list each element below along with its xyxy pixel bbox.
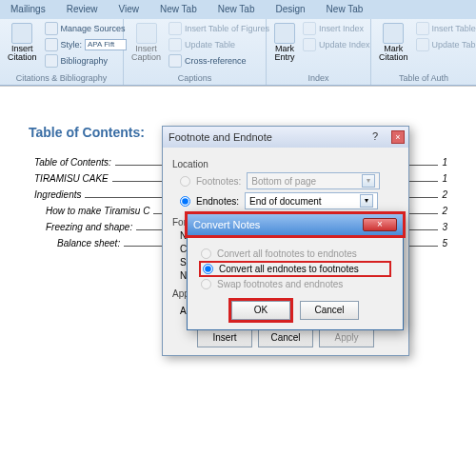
- endnotes-radio[interactable]: [180, 196, 190, 207]
- mark-citation-button[interactable]: Mark Citation: [375, 21, 412, 64]
- bibliography-icon: [45, 54, 58, 68]
- opt2-radio[interactable]: [203, 264, 213, 274]
- toc-entry-text: Freezing and shape:: [46, 222, 132, 232]
- footnotes-label: Footnotes:: [196, 176, 241, 187]
- footnotes-radio: [180, 176, 190, 187]
- toc-entry-text: Ingredients: [34, 189, 81, 200]
- convert-endnotes-option[interactable]: Convert all endnotes to footnotes: [201, 263, 389, 275]
- mark-citation-icon: [383, 23, 404, 44]
- style-selector[interactable]: Style:APA Fift: [45, 37, 128, 52]
- toc-page-number: 2: [442, 206, 447, 216]
- tab-new1[interactable]: New Tab: [149, 0, 208, 19]
- group-index: Mark Entry Insert Index Update Index Ind…: [267, 19, 371, 85]
- update-table-button[interactable]: Update Table: [169, 37, 269, 52]
- convert-notes-title: Convert Notes: [193, 219, 260, 230]
- ok-button[interactable]: OK: [231, 301, 290, 320]
- group-toa: Mark Citation Insert Table Update Table …: [371, 19, 476, 85]
- group-label-index: Index: [270, 73, 367, 83]
- swap-option: Swap footnotes and endnotes: [201, 279, 389, 289]
- convert-footnotes-option: Convert all footnotes to endnotes: [201, 248, 389, 259]
- tab-mailings[interactable]: Mailings: [0, 0, 56, 19]
- refresh-icon: [169, 38, 182, 51]
- tab-view[interactable]: View: [108, 0, 149, 19]
- cancel-button[interactable]: Cancel: [300, 301, 359, 320]
- toa-icon: [416, 22, 429, 35]
- citation-icon: [11, 23, 32, 44]
- close-icon[interactable]: ×: [363, 218, 397, 231]
- toc-page-number: 2: [442, 189, 447, 200]
- insert-tof-button[interactable]: Insert Table of Figures: [169, 21, 269, 36]
- tab-review[interactable]: Review: [56, 0, 109, 19]
- chevron-down-icon: ▾: [362, 174, 375, 188]
- group-citations: Insert Citation Manage Sources Style:APA…: [0, 19, 124, 85]
- bibliography-button[interactable]: Bibliography: [45, 53, 128, 69]
- insert-button[interactable]: Insert: [197, 328, 252, 347]
- toc-entry-text: Table of Contents:: [34, 157, 111, 168]
- group-captions: Insert Caption Insert Table of Figures U…: [124, 19, 267, 85]
- convert-notes-titlebar[interactable]: Convert Notes ×: [188, 214, 403, 235]
- tof-icon: [169, 22, 182, 35]
- toc-page-number: 3: [442, 222, 447, 232]
- toc-page-number: 1: [442, 157, 447, 168]
- tab-design[interactable]: Design: [265, 0, 315, 19]
- insert-caption-button[interactable]: Insert Caption: [128, 21, 165, 69]
- cancel-button[interactable]: Cancel: [258, 328, 313, 347]
- toc-entry-text: TIRAMISU CAKE: [34, 173, 109, 184]
- opt3-radio: [201, 279, 211, 289]
- chevron-down-icon[interactable]: ▾: [360, 194, 373, 208]
- ribbon-tabs: Mailings Review View New Tab New Tab Des…: [0, 0, 476, 19]
- group-label-citations: Citations & Bibliography: [4, 73, 119, 83]
- location-section: Location: [172, 159, 399, 169]
- apply-button: Apply: [319, 328, 374, 347]
- mark-entry-button[interactable]: Mark Entry: [270, 21, 299, 64]
- close-icon[interactable]: ×: [391, 130, 405, 144]
- insert-index-button[interactable]: Insert Index: [303, 21, 370, 36]
- refresh-icon: [416, 38, 429, 51]
- tab-new2[interactable]: New Tab: [208, 0, 266, 19]
- toc-page-number: 5: [442, 238, 447, 248]
- insert-citation-button[interactable]: Insert Citation: [4, 21, 41, 69]
- insert-toa-button[interactable]: Insert Table: [416, 21, 476, 36]
- group-label-captions: Captions: [128, 73, 262, 83]
- crossref-icon: [169, 54, 182, 68]
- cross-reference-button[interactable]: Cross-reference: [169, 53, 269, 69]
- toc-entry-text: Balance sheet:: [57, 238, 120, 248]
- update-index-button[interactable]: Update Index: [303, 37, 370, 52]
- style-icon: [45, 38, 58, 51]
- update-toa-button[interactable]: Update Table: [416, 37, 476, 52]
- toc-page-number: 1: [442, 173, 447, 184]
- refresh-icon: [303, 38, 316, 51]
- mark-entry-icon: [274, 23, 295, 44]
- endnotes-label: Endnotes:: [196, 196, 239, 207]
- toc-entry-text: How to make Tiramisu C: [46, 206, 149, 216]
- manage-sources-button[interactable]: Manage Sources: [45, 21, 128, 36]
- ribbon: Insert Citation Manage Sources Style:APA…: [0, 19, 476, 86]
- book-icon: [45, 22, 58, 35]
- endnotes-combo[interactable]: End of document▾: [245, 192, 378, 209]
- caption-icon: [136, 23, 157, 44]
- dialog-titlebar[interactable]: Footnote and Endnote ? ×: [163, 127, 408, 148]
- convert-notes-dialog: Convert Notes × Convert all footnotes to…: [187, 213, 404, 330]
- dialog-title: Footnote and Endnote: [169, 131, 272, 143]
- opt1-radio: [201, 248, 211, 259]
- help-icon[interactable]: ?: [372, 130, 386, 144]
- tab-new3[interactable]: New Tab: [316, 0, 374, 19]
- footnotes-combo: Bottom of page▾: [247, 172, 380, 189]
- group-label-toa: Table of Auth: [375, 73, 472, 83]
- index-icon: [303, 22, 316, 35]
